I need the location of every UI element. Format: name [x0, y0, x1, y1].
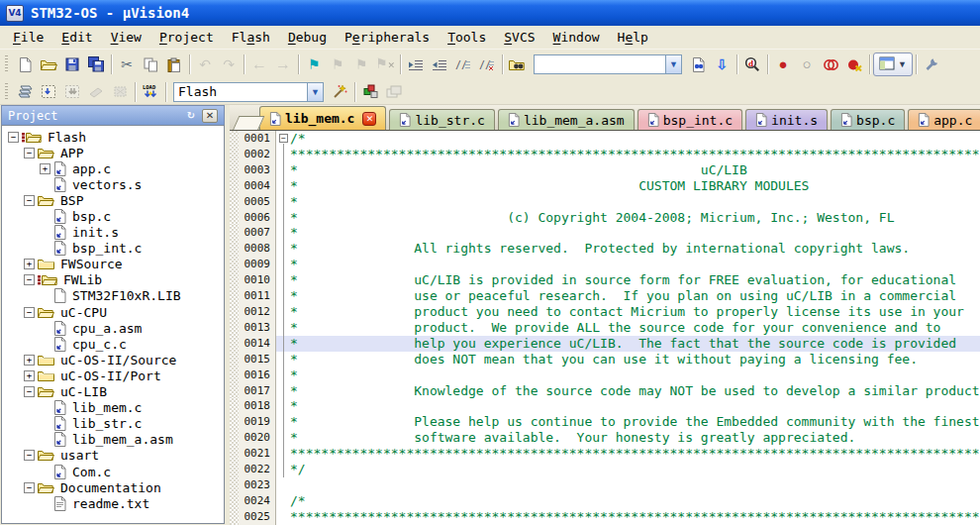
collapse-icon[interactable]: − [8, 132, 19, 143]
clear-all-bookmarks-button[interactable]: ⚑✕ [373, 53, 397, 75]
tab-lib-str-c[interactable]: lib_str.c [389, 109, 494, 130]
find-in-files-results-button[interactable] [686, 53, 710, 75]
uncomment-selection-button[interactable]: // [475, 53, 499, 75]
incremental-find-button[interactable]: ⇩ [710, 53, 734, 75]
tree-item-readme-txt[interactable]: readme.txt [4, 495, 224, 511]
collapse-icon[interactable]: − [24, 482, 35, 493]
indent-left-button[interactable] [428, 53, 451, 75]
panel-orbit-icon[interactable]: ↻ [183, 109, 199, 123]
toolbar-grip[interactable] [5, 83, 8, 101]
copy-button[interactable] [139, 53, 162, 75]
tree-item-usart[interactable]: −usart [4, 448, 224, 464]
tree-item-fwsource[interactable]: +FWSource [4, 257, 224, 272]
collapse-icon[interactable]: − [24, 307, 35, 318]
tree-item-cpu-c-c[interactable]: cpu_c.c [4, 336, 224, 352]
navigate-forward-button[interactable]: → [271, 53, 295, 75]
previous-bookmark-button[interactable]: ⚑ [326, 53, 349, 75]
toggle-bookmark-button[interactable]: ⚑ [302, 53, 326, 75]
code-editor[interactable]: − 0001/*0002****************************… [230, 131, 980, 525]
tab-app-c[interactable]: app.c [908, 109, 980, 130]
panel-close-button[interactable]: ✕ [202, 109, 218, 123]
menu-item-view[interactable]: View [102, 27, 150, 48]
tree-item-lib-str-c[interactable]: lib_str.c [4, 416, 224, 432]
target-select-combobox[interactable]: Flash▼ [173, 82, 324, 102]
collapse-icon[interactable]: − [24, 195, 35, 206]
tree-item-uc-os-ii-source[interactable]: +uC-OS-II/Source [4, 352, 224, 368]
tree-item-uc-os-ii-port[interactable]: +uC-OS-II/Port [4, 368, 224, 383]
expand-icon[interactable]: + [24, 370, 35, 381]
collapse-icon[interactable]: − [24, 386, 35, 397]
menu-item-help[interactable]: Help [609, 27, 657, 48]
insert-remove-breakpoint-button[interactable]: ● [771, 53, 795, 75]
comment-selection-button[interactable]: // [451, 53, 475, 75]
search-input[interactable] [535, 55, 665, 73]
tree-item-documentation[interactable]: −Documentation [4, 479, 224, 495]
paste-button[interactable] [162, 53, 186, 75]
configure-button[interactable] [920, 53, 943, 75]
menu-item-edit[interactable]: Edit [52, 27, 101, 48]
tab-init-s[interactable]: init.s [745, 109, 828, 130]
rebuild-all-button[interactable] [60, 81, 84, 103]
dropdown-caret-icon[interactable]: ▼ [898, 59, 907, 69]
search-combobox[interactable]: ▼ [534, 54, 682, 74]
stop-build-button[interactable] [108, 81, 132, 103]
save-all-button[interactable] [84, 53, 108, 75]
window-layout-button[interactable]: ▼ [873, 52, 913, 76]
target-options-button[interactable] [328, 81, 351, 103]
tab-lib-mem-a-asm[interactable]: lib_mem_a.asm [498, 109, 635, 130]
menu-item-tools[interactable]: Tools [439, 27, 495, 48]
find-in-files-button[interactable] [506, 53, 530, 75]
indent-right-button[interactable] [404, 53, 428, 75]
next-bookmark-button[interactable]: ⚑ [349, 53, 373, 75]
menu-item-file[interactable]: File [4, 27, 52, 48]
batch-build-button[interactable] [84, 81, 108, 103]
new-file-button[interactable] [13, 53, 37, 75]
find-text-button[interactable]: d [740, 53, 764, 75]
menu-item-window[interactable]: Window [544, 27, 609, 48]
tree-item-stm32f10xr-lib[interactable]: STM32F10xR.LIB [4, 288, 224, 304]
expand-icon[interactable]: + [24, 259, 35, 269]
tab-bsp-c[interactable]: bsp.c [831, 109, 905, 130]
collapse-icon[interactable]: − [24, 450, 35, 461]
manage-run-time-environment-button[interactable] [358, 81, 382, 103]
kill-all-breakpoints-button[interactable] [842, 53, 866, 75]
tree-item-lib-mem-c[interactable]: lib_mem.c [4, 400, 224, 416]
tree-item-app[interactable]: −APP [4, 145, 224, 160]
tree-item-fwlib[interactable]: −FWLib [4, 272, 224, 288]
tab-bsp-int-c[interactable]: bsp_int.c [637, 109, 742, 130]
menu-item-debug[interactable]: Debug [279, 27, 336, 48]
manage-project-items-button[interactable] [382, 81, 406, 103]
tree-item-bsp-c[interactable]: bsp.c [4, 208, 224, 224]
tree-item-flash[interactable]: −Flash [4, 129, 224, 145]
translate-file-button[interactable] [13, 81, 37, 103]
build-target-button[interactable] [37, 81, 60, 103]
tree-item-com-c[interactable]: Com.c [4, 464, 224, 479]
tree-item-lib-mem-a-asm[interactable]: lib_mem_a.asm [4, 432, 224, 448]
combo-dropdown-icon[interactable]: ▼ [307, 83, 323, 101]
open-file-button[interactable] [37, 53, 60, 75]
menu-item-svcs[interactable]: SVCS [495, 27, 543, 48]
expand-icon[interactable]: + [24, 355, 35, 366]
load-application-button[interactable]: LOAD [139, 81, 162, 103]
tree-item-cpu-a-asm[interactable]: cpu_a.asm [4, 320, 224, 336]
redo-button[interactable]: ↷ [217, 53, 241, 75]
menu-item-flash[interactable]: Flash [223, 27, 279, 48]
menu-item-peripherals[interactable]: Peripherals [336, 27, 439, 48]
tree-item-vectors-s[interactable]: vectors.s [4, 176, 224, 192]
undo-button[interactable]: ↶ [193, 53, 217, 75]
combo-dropdown-icon[interactable]: ▼ [665, 55, 681, 73]
navigate-back-button[interactable]: ← [247, 53, 271, 75]
tree-item-bsp-int-c[interactable]: bsp_int.c [4, 241, 224, 257]
collapse-icon[interactable]: − [24, 274, 35, 285]
tab-lib-mem-c[interactable]: lib_mem.c✕ [259, 106, 386, 130]
tree-item-uc-cpu[interactable]: −uC-CPU [4, 304, 224, 320]
disable-all-breakpoints-button[interactable] [819, 53, 842, 75]
tree-item-uc-lib[interactable]: −uC-LIB [4, 384, 224, 400]
tree-item-app-c[interactable]: +app.c [4, 160, 224, 176]
tab-close-button[interactable]: ✕ [362, 112, 376, 126]
tree-item-bsp[interactable]: −BSP [4, 192, 224, 208]
fold-collapse-icon[interactable]: − [279, 134, 288, 143]
menu-item-project[interactable]: Project [150, 27, 223, 48]
cut-button[interactable]: ✂ [115, 53, 139, 75]
collapse-icon[interactable]: − [24, 148, 35, 158]
